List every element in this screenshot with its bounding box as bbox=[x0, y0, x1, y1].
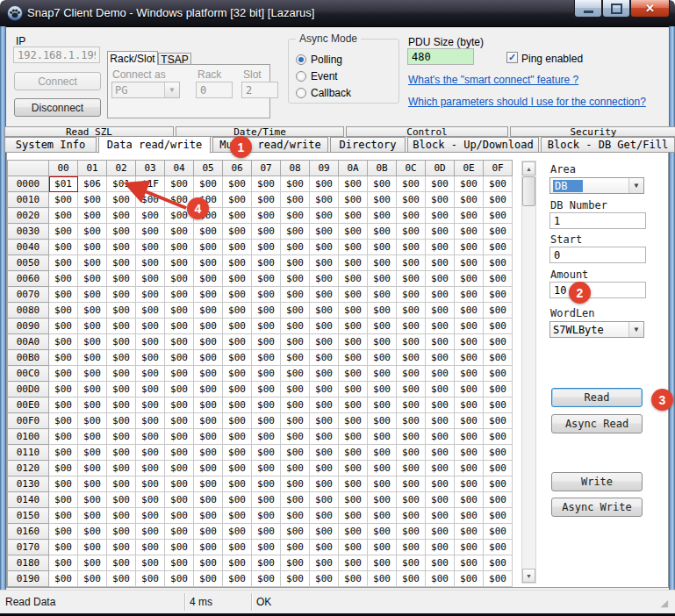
grid-cell[interactable]: $00 bbox=[252, 366, 281, 382]
grid-cell[interactable]: $00 bbox=[78, 192, 107, 208]
grid-cell[interactable]: $00 bbox=[194, 524, 223, 540]
grid-cell[interactable]: $00 bbox=[397, 508, 426, 524]
grid-cell[interactable]: $00 bbox=[368, 334, 397, 350]
grid-cell[interactable]: $00 bbox=[310, 176, 339, 192]
grid-cell[interactable]: $00 bbox=[107, 492, 136, 508]
grid-cell[interactable]: $00 bbox=[484, 255, 513, 271]
grid-cell[interactable]: $00 bbox=[78, 445, 107, 461]
grid-cell[interactable]: $00 bbox=[339, 366, 368, 382]
grid-cell[interactable]: $00 bbox=[49, 271, 78, 287]
grid-cell[interactable]: $00 bbox=[281, 445, 310, 461]
grid-cell[interactable]: $00 bbox=[397, 176, 426, 192]
grid-cell[interactable]: $00 bbox=[339, 208, 368, 224]
grid-cell[interactable]: $00 bbox=[107, 303, 136, 319]
grid-cell[interactable]: $00 bbox=[223, 382, 252, 398]
grid-cell[interactable]: $00 bbox=[455, 382, 484, 398]
grid-cell[interactable]: $00 bbox=[310, 350, 339, 366]
grid-cell[interactable]: $00 bbox=[397, 192, 426, 208]
grid-cell[interactable]: $00 bbox=[78, 461, 107, 476]
grid-cell[interactable]: $00 bbox=[136, 271, 165, 287]
grid-cell[interactable]: $00 bbox=[426, 540, 455, 555]
grid-cell[interactable]: $00 bbox=[194, 571, 223, 587]
grid-cell[interactable]: $00 bbox=[223, 398, 252, 413]
grid-cell[interactable]: $00 bbox=[194, 366, 223, 382]
grid-cell[interactable]: $00 bbox=[339, 350, 368, 366]
grid-cell[interactable]: $00 bbox=[49, 334, 78, 350]
grid-cell[interactable]: $00 bbox=[165, 445, 194, 461]
grid-cell[interactable]: $00 bbox=[455, 540, 484, 555]
grid-cell[interactable]: $00 bbox=[78, 334, 107, 350]
grid-cell[interactable]: $00 bbox=[165, 271, 194, 287]
grid-cell[interactable]: $00 bbox=[165, 429, 194, 445]
grid-cell[interactable]: $00 bbox=[455, 334, 484, 350]
grid-cell[interactable]: $00 bbox=[368, 208, 397, 224]
grid-cell[interactable]: $00 bbox=[339, 255, 368, 271]
grid-cell[interactable]: $00 bbox=[339, 508, 368, 524]
grid-cell[interactable]: $00 bbox=[484, 366, 513, 382]
grid-cell[interactable]: $00 bbox=[310, 271, 339, 287]
grid-cell[interactable]: $00 bbox=[310, 255, 339, 271]
grid-cell[interactable]: $00 bbox=[281, 287, 310, 303]
grid-cell[interactable]: $00 bbox=[281, 571, 310, 587]
grid-cell[interactable]: $00 bbox=[107, 524, 136, 540]
grid-cell[interactable]: $00 bbox=[136, 224, 165, 240]
scroll-down-icon[interactable]: ▼ bbox=[522, 569, 535, 583]
disconnect-button[interactable]: Disconnect bbox=[14, 98, 101, 117]
grid-cell[interactable]: $00 bbox=[165, 555, 194, 571]
grid-cell[interactable]: $00 bbox=[455, 445, 484, 461]
grid-cell[interactable]: $00 bbox=[136, 303, 165, 319]
grid-cell[interactable]: $00 bbox=[339, 555, 368, 571]
grid-cell[interactable]: $00 bbox=[339, 334, 368, 350]
grid-cell[interactable]: $00 bbox=[78, 413, 107, 429]
grid-cell[interactable]: $00 bbox=[49, 445, 78, 461]
grid-cell[interactable]: $00 bbox=[281, 334, 310, 350]
grid-cell[interactable]: $00 bbox=[223, 429, 252, 445]
grid-cell[interactable]: $00 bbox=[368, 271, 397, 287]
grid-cell[interactable]: $00 bbox=[397, 571, 426, 587]
grid-cell[interactable]: $00 bbox=[107, 540, 136, 555]
grid-cell[interactable]: $00 bbox=[49, 366, 78, 382]
async-write-button[interactable]: Async Write bbox=[551, 498, 643, 517]
grid-cell[interactable]: $00 bbox=[194, 255, 223, 271]
grid-cell[interactable]: $00 bbox=[136, 524, 165, 540]
grid-cell[interactable]: $00 bbox=[368, 382, 397, 398]
grid-cell[interactable]: $00 bbox=[223, 508, 252, 524]
grid-cell[interactable]: $00 bbox=[281, 508, 310, 524]
grid-cell[interactable]: $00 bbox=[136, 492, 165, 508]
grid-cell[interactable]: $00 bbox=[368, 176, 397, 192]
grid-cell[interactable]: $00 bbox=[397, 287, 426, 303]
grid-cell[interactable]: $00 bbox=[107, 476, 136, 492]
grid-cell[interactable]: $00 bbox=[310, 366, 339, 382]
resize-grip[interactable]: ◢ bbox=[661, 598, 668, 609]
grid-cell[interactable]: $00 bbox=[78, 524, 107, 540]
grid-cell[interactable]: $00 bbox=[368, 398, 397, 413]
grid-cell[interactable]: $00 bbox=[107, 350, 136, 366]
grid-cell[interactable]: $00 bbox=[252, 413, 281, 429]
scrollbar-thumb[interactable] bbox=[522, 176, 535, 206]
start-input[interactable] bbox=[549, 247, 646, 263]
grid-cell[interactable]: $00 bbox=[107, 334, 136, 350]
ip-input[interactable] bbox=[13, 47, 100, 63]
radio-callback[interactable]: Callback bbox=[296, 87, 351, 99]
grid-cell[interactable]: $00 bbox=[397, 445, 426, 461]
grid-cell[interactable]: $00 bbox=[165, 350, 194, 366]
grid-cell[interactable]: $00 bbox=[136, 555, 165, 571]
grid-cell[interactable]: $00 bbox=[78, 287, 107, 303]
grid-cell[interactable]: $00 bbox=[136, 540, 165, 555]
async-read-button[interactable]: Async Read bbox=[551, 414, 643, 433]
grid-cell[interactable]: $00 bbox=[194, 382, 223, 398]
grid-cell[interactable]: $00 bbox=[165, 398, 194, 413]
grid-cell[interactable]: $00 bbox=[223, 271, 252, 287]
grid-cell[interactable]: $00 bbox=[78, 366, 107, 382]
grid-cell[interactable]: $00 bbox=[368, 319, 397, 334]
grid-cell[interactable]: $00 bbox=[484, 192, 513, 208]
grid-cell[interactable]: $00 bbox=[484, 571, 513, 587]
grid-cell[interactable]: $00 bbox=[252, 476, 281, 492]
grid-cell[interactable]: $00 bbox=[281, 240, 310, 255]
grid-cell[interactable]: $00 bbox=[107, 571, 136, 587]
grid-cell[interactable]: $00 bbox=[484, 524, 513, 540]
grid-cell[interactable]: $00 bbox=[281, 319, 310, 334]
grid-cell[interactable]: $00 bbox=[252, 492, 281, 508]
grid-cell[interactable]: $00 bbox=[426, 208, 455, 224]
grid-cell[interactable]: $00 bbox=[223, 476, 252, 492]
